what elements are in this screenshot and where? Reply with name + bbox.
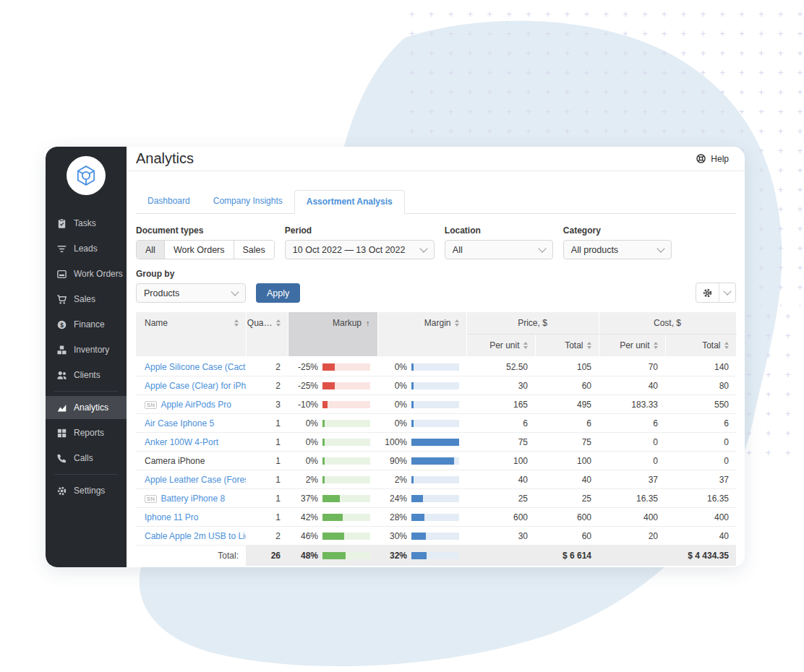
app-logo[interactable] <box>67 156 106 195</box>
quantity-cell: 2 <box>246 358 288 376</box>
markup-cell-bar <box>322 476 370 483</box>
sidebar-item-reports[interactable]: Reports <box>46 421 127 444</box>
location-value: All <box>453 245 463 255</box>
cost-total-cell: 40 <box>665 527 736 546</box>
table-settings-button[interactable] <box>696 283 736 303</box>
column-header-cost-per-unit[interactable]: Per unit <box>599 335 665 358</box>
sidebar-item-label: Calls <box>74 453 93 463</box>
product-link[interactable]: Air Case Iphone 5 <box>145 418 214 428</box>
column-header-quantity[interactable]: Qua… <box>246 312 288 358</box>
cost-per-unit-cell: 70 <box>599 358 665 376</box>
sidebar-item-analytics[interactable]: Analytics <box>46 396 127 419</box>
category-label: Category <box>563 225 672 236</box>
sidebar-item-inventory[interactable]: Inventory <box>46 338 127 361</box>
sidebar-item-label: Analytics <box>74 402 108 413</box>
markup-cell-value: -25% <box>298 381 318 391</box>
apply-button[interactable]: Apply <box>256 283 300 303</box>
margin-cell-bar <box>411 457 459 465</box>
column-header-margin[interactable]: Margin <box>377 312 466 358</box>
topbar: Analytics Help <box>127 147 745 171</box>
sidebar-item-label: Leads <box>74 244 98 254</box>
product-link[interactable]: Apple AirPods Pro <box>161 400 231 410</box>
margin-cell: 24% <box>377 489 466 508</box>
price-per-unit-cell: 30 <box>466 376 535 395</box>
sidebar-item-finance[interactable]: $Finance <box>46 313 127 336</box>
column-header-cost-total[interactable]: Total <box>665 335 736 358</box>
product-name-cell: Camera iPhone <box>136 452 246 470</box>
sidebar-item-sales[interactable]: Sales <box>46 288 127 311</box>
sidebar-item-label: Clients <box>74 370 100 380</box>
product-name-cell: Apple Case (Clear) for iPhone 11 <box>136 376 246 395</box>
column-header-price-per-unit[interactable]: Per unit <box>466 335 535 358</box>
cost-per-unit-cell: 0 <box>599 433 665 452</box>
period-label: Period <box>285 225 435 236</box>
sidebar-item-clients[interactable]: Clients <box>46 363 127 387</box>
markup-cell-value: 42% <box>301 512 318 522</box>
markup-cell-bar <box>322 495 370 502</box>
filters-panel: Document types AllWork OrdersSales Perio… <box>127 214 745 303</box>
column-header-price-total[interactable]: Total <box>535 335 599 358</box>
group-by-label: Group by <box>136 269 246 279</box>
sort-icon <box>587 342 591 349</box>
sort-icon <box>455 319 459 327</box>
sidebar-item-tasks[interactable]: Tasks <box>46 212 127 235</box>
product-link[interactable]: Anker 100W 4-Port <box>145 437 218 447</box>
quantity-cell: 1 <box>246 508 288 527</box>
cost-total-cell: 140 <box>665 358 736 376</box>
sidebar-item-label: Work Orders <box>74 269 123 279</box>
group-by-filter: Group by Products <box>136 269 246 303</box>
sort-icon <box>654 342 658 349</box>
price-total-cell: 100 <box>535 452 599 470</box>
period-filter: Period 10 Oct 2022 — 13 Oct 2022 <box>285 225 435 259</box>
total-row: Total:2648%32%$ 6 614$ 4 434.35 <box>136 546 736 566</box>
document-type-option-work-orders[interactable]: Work Orders <box>165 241 234 259</box>
table-row: SNBattery iPhone 8137%24%252516.3516.35 <box>136 489 736 508</box>
cost-per-unit-cell: 37 <box>599 470 665 489</box>
cost-per-unit-cell: 400 <box>599 508 665 527</box>
gear-icon <box>696 283 719 302</box>
product-link[interactable]: Battery iPhone 8 <box>161 494 225 504</box>
sidebar-divider <box>54 391 118 392</box>
product-link[interactable]: Apple Silicone Case (Cactus) fo… <box>145 362 246 372</box>
column-header-name[interactable]: Name <box>136 312 246 358</box>
product-link[interactable]: Apple Case (Clear) for iPhone 11 <box>145 381 246 391</box>
product-link[interactable]: Apple Leather Case (Forest Gre… <box>145 475 246 485</box>
document-type-option-sales[interactable]: Sales <box>234 241 274 259</box>
markup-cell-bar <box>322 382 370 389</box>
sidebar-item-settings[interactable]: Settings <box>46 479 127 502</box>
sidebar-item-work-orders[interactable]: Work Orders <box>46 262 127 285</box>
column-header-markup[interactable]: Markup ↑ <box>288 312 377 358</box>
margin-cell: 0% <box>377 376 466 395</box>
table-row: Cable Apple 2m USB to Lightni…246%30%306… <box>136 527 736 546</box>
sidebar-item-label: Tasks <box>74 218 96 228</box>
price-total-cell: 105 <box>535 358 599 376</box>
markup-cell: -10% <box>288 395 377 414</box>
sort-icon <box>724 342 729 349</box>
location-select[interactable]: All <box>445 240 553 259</box>
price-total-cell: 25 <box>535 489 599 508</box>
markup-cell: -25% <box>288 358 377 376</box>
chevron-down-icon <box>419 244 427 252</box>
assortment-table: Name Qua… <box>136 312 737 566</box>
group-by-select[interactable]: Products <box>136 283 246 303</box>
document-type-option-all[interactable]: All <box>137 241 165 259</box>
period-select[interactable]: 10 Oct 2022 — 13 Oct 2022 <box>285 240 435 259</box>
quantity-cell: 1 <box>246 489 288 508</box>
tabs-bar: DashboardCompany InsightsAssortment Anal… <box>136 190 736 214</box>
tab-assortment-analysis[interactable]: Assortment Analysis <box>294 190 405 214</box>
cost-total-cell: 80 <box>665 376 736 395</box>
help-button[interactable]: Help <box>691 152 733 165</box>
tab-company-insights[interactable]: Company Insights <box>202 190 294 214</box>
sidebar-item-label: Settings <box>74 486 105 496</box>
tab-dashboard[interactable]: Dashboard <box>136 190 202 214</box>
markup-cell: 2% <box>288 470 377 489</box>
markup-cell: 46% <box>288 527 377 546</box>
product-link[interactable]: Iphone 11 Pro <box>145 512 199 522</box>
category-select[interactable]: All products <box>563 240 672 259</box>
sidebar-item-calls[interactable]: Calls <box>46 447 127 470</box>
sidebar-item-leads[interactable]: Leads <box>46 237 127 260</box>
total-label: Total: <box>136 546 246 566</box>
product-link[interactable]: Cable Apple 2m USB to Lightni… <box>145 531 246 541</box>
sort-icon <box>234 319 239 327</box>
quantity-cell: 2 <box>246 376 288 395</box>
